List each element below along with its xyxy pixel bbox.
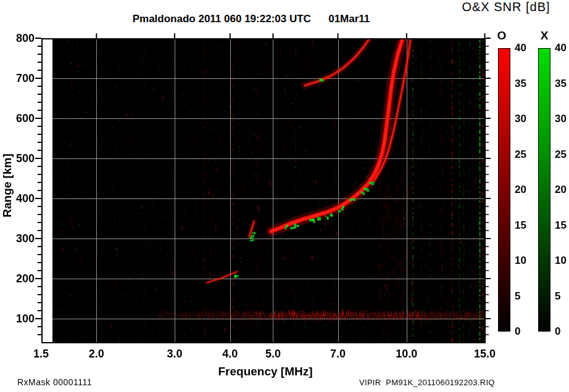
colorbar-x-tick-label: 10 (555, 255, 569, 266)
x-tick-label: 7.0 (325, 348, 352, 359)
footer-filename: VIPIR PM91K_2011060192203.RIQ (359, 378, 495, 387)
colorbar-x-tick-label: 5 (555, 291, 569, 302)
x-tick-label: 2.0 (83, 348, 110, 359)
x-tick-label: 10.0 (393, 348, 420, 359)
y-tick-label: 700 (10, 73, 35, 84)
colorbar-o-tick-label: 20 (515, 184, 533, 195)
page-title: Pmaldonado 2011 060 19:22:03 UTC 01Mar11 (72, 13, 430, 25)
colorbar-o-tick-label: 25 (515, 149, 533, 160)
x-tick-label: 4.0 (217, 348, 244, 359)
y-tick-label: 200 (10, 273, 35, 284)
colorbar-x-tick-label: 0 (555, 326, 569, 337)
colorbar-x-tick-label: 20 (555, 184, 569, 195)
y-tick-label: 800 (10, 33, 35, 44)
colorbar-x-header: X (535, 29, 554, 43)
colorbar-o-tick-label: 30 (515, 113, 533, 125)
colorbar-x-tick-label: 15 (555, 220, 569, 231)
y-tick-label: 400 (10, 193, 35, 204)
footer-rxmask: RxMask 00001111 (17, 377, 92, 387)
colorbar-o-tick-label: 5 (515, 291, 533, 302)
colorbar-x-tick-label: 40 (555, 43, 569, 54)
y-tick-label: 500 (10, 153, 35, 164)
colorbar-x-tick-label: 25 (555, 149, 569, 160)
x-tick-label: 15.0 (471, 348, 499, 359)
x-tick-label: 5.0 (259, 348, 286, 359)
colorbar-title: O&X SNR [dB] (444, 0, 568, 14)
colorbar-o-tick-label: 35 (515, 78, 533, 89)
colorbar-o-tick-label: 10 (515, 255, 533, 266)
x-tick-label: 1.5 (28, 348, 55, 359)
ionogram-canvas (52, 39, 486, 343)
colorbar-o-tick-label: 15 (515, 220, 533, 231)
colorbar-o-tick-label: 40 (515, 43, 533, 54)
y-tick-label: 300 (10, 233, 35, 244)
x-tick-label: 3.0 (161, 348, 188, 359)
y-tick-label: 100 (10, 313, 35, 324)
y-axis-title: Range [km] (1, 124, 14, 247)
x-axis-title: Frequency [MHz] (185, 365, 346, 378)
y-tick-label: 600 (10, 113, 35, 124)
colorbar-x-tick-label: 30 (555, 113, 569, 125)
colorbar-o-tick-label: 0 (515, 326, 533, 337)
colorbar-o-gradient (498, 48, 510, 332)
colorbar-x-tick-label: 35 (555, 78, 569, 89)
colorbar-x-gradient (538, 48, 550, 332)
ionogram-page: Pmaldonado 2011 060 19:22:03 UTC 01Mar11… (0, 0, 569, 392)
colorbar-o-header: O (492, 29, 511, 43)
